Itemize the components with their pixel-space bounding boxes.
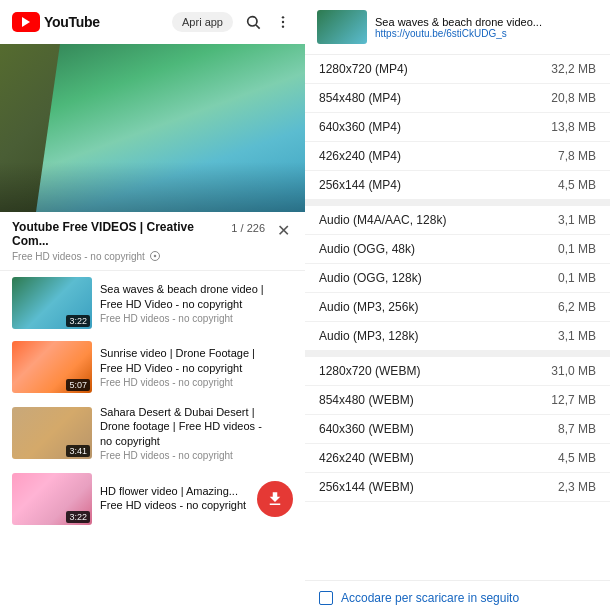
format-item-13[interactable]: 426x240 (WEBM) 4,5 MB (305, 444, 610, 473)
format-list: 1280x720 (MP4) 32,2 MB 854x480 (MP4) 20,… (305, 55, 610, 580)
video-duration-4: 3:22 (66, 511, 90, 523)
playlist-info: Youtube Free VIDEOS | Creative Com... Fr… (0, 212, 305, 271)
svg-line-1 (256, 25, 260, 29)
format-item-10[interactable]: 1280x720 (WEBM) 31,0 MB (305, 357, 610, 386)
video-duration-3: 3:41 (66, 445, 90, 457)
format-name-14: 256x144 (WEBM) (319, 480, 414, 494)
format-size-2: 13,8 MB (551, 120, 596, 134)
format-item-6[interactable]: Audio (OGG, 48k) 0,1 MB (305, 235, 610, 264)
svg-point-4 (282, 25, 284, 27)
youtube-logo-left: YouTube (12, 12, 100, 32)
format-item-5[interactable]: Audio (M4A/AAC, 128k) 3,1 MB (305, 206, 610, 235)
queue-label: Accodare per scaricare in seguito (341, 591, 519, 605)
modal-video-header: Sea waves & beach drone video... https:/… (305, 0, 610, 55)
video-channel-1: Free HD videos - no copyright (100, 313, 293, 324)
video-thumb-1: 3:22 (12, 277, 92, 329)
modal-video-title: Sea waves & beach drone video... (375, 16, 598, 28)
format-name-9: Audio (MP3, 128k) (319, 329, 418, 343)
svg-point-3 (282, 21, 284, 23)
video-list: 3:22 Sea waves & beach drone video | Fre… (0, 271, 305, 615)
format-size-1: 20,8 MB (551, 91, 596, 105)
format-name-6: Audio (OGG, 48k) (319, 242, 415, 256)
video-title-1: Sea waves & beach drone video | Free HD … (100, 282, 270, 311)
video-item-4[interactable]: 3:22 HD flower video | Amazing... Free H… (0, 467, 305, 531)
modal-footer: Accodare per scaricare in seguito (305, 580, 610, 615)
format-size-13: 4,5 MB (558, 451, 596, 465)
video-title-3: Sahara Desert & Dubai Desert | Drone foo… (100, 405, 270, 448)
video-channel-2: Free HD videos - no copyright (100, 377, 293, 388)
format-item-14[interactable]: 256x144 (WEBM) 2,3 MB (305, 473, 610, 502)
download-modal: Sea waves & beach drone video... https:/… (305, 0, 610, 615)
left-panel: YouTube Apri app Youtube Free VIDEOS | C… (0, 0, 305, 615)
format-item-12[interactable]: 640x360 (WEBM) 8,7 MB (305, 415, 610, 444)
video-meta-2: Sunrise video | Drone Footage | Free HD … (100, 346, 293, 388)
format-name-4: 256x144 (MP4) (319, 178, 401, 192)
playlist-right: 1 / 226 ✕ (231, 220, 293, 240)
search-icon-left[interactable] (243, 12, 263, 32)
youtube-text-left: YouTube (44, 14, 100, 30)
playlist-title: Youtube Free VIDEOS | Creative Com... (12, 220, 231, 248)
format-size-14: 2,3 MB (558, 480, 596, 494)
format-name-1: 854x480 (MP4) (319, 91, 401, 105)
video-title-2: Sunrise video | Drone Footage | Free HD … (100, 346, 270, 375)
video-item-1[interactable]: 3:22 Sea waves & beach drone video | Fre… (0, 271, 305, 335)
svg-point-0 (248, 17, 257, 26)
format-name-5: Audio (M4A/AAC, 128k) (319, 213, 446, 227)
queue-checkbox[interactable] (319, 591, 333, 605)
modal-video-thumb (317, 10, 367, 44)
video-item-2[interactable]: 5:07 Sunrise video | Drone Footage | Fre… (0, 335, 305, 399)
format-item-3[interactable]: 426x240 (MP4) 7,8 MB (305, 142, 610, 171)
video-thumb-2: 5:07 (12, 341, 92, 393)
format-name-3: 426x240 (MP4) (319, 149, 401, 163)
format-size-10: 31,0 MB (551, 364, 596, 378)
playlist-details: Youtube Free VIDEOS | Creative Com... Fr… (12, 220, 231, 262)
format-item-2[interactable]: 640x360 (MP4) 13,8 MB (305, 113, 610, 142)
format-size-8: 6,2 MB (558, 300, 596, 314)
format-size-12: 8,7 MB (558, 422, 596, 436)
video-meta-1: Sea waves & beach drone video | Free HD … (100, 282, 293, 324)
format-item-9[interactable]: Audio (MP3, 128k) 3,1 MB (305, 322, 610, 351)
format-name-2: 640x360 (MP4) (319, 120, 401, 134)
right-panel: YouTube Apri app ⊕ ⋮ Youtube Free VIDEOS… (305, 0, 610, 615)
youtube-icon-left (12, 12, 40, 32)
video-title-4: HD flower video | Amazing... Free HD vid… (100, 484, 249, 513)
format-item-4[interactable]: 256x144 (MP4) 4,5 MB (305, 171, 610, 200)
format-name-11: 854x480 (WEBM) (319, 393, 414, 407)
video-thumb-4: 3:22 (12, 473, 92, 525)
modal-video-url[interactable]: https://youtu.be/6stiCkUDG_s (375, 28, 598, 39)
format-item-7[interactable]: Audio (OGG, 128k) 0,1 MB (305, 264, 610, 293)
playlist-subtitle: Free HD videos - no copyright (12, 250, 231, 262)
hero-overlay (0, 162, 305, 212)
format-size-5: 3,1 MB (558, 213, 596, 227)
open-app-button-left[interactable]: Apri app (172, 12, 233, 32)
svg-point-6 (154, 255, 157, 258)
format-name-7: Audio (OGG, 128k) (319, 271, 422, 285)
playlist-count-left: 1 / 226 (231, 222, 265, 234)
download-fab-button[interactable] (257, 481, 293, 517)
format-item-1[interactable]: 854x480 (MP4) 20,8 MB (305, 84, 610, 113)
format-size-3: 7,8 MB (558, 149, 596, 163)
format-size-4: 4,5 MB (558, 178, 596, 192)
format-size-0: 32,2 MB (551, 62, 596, 76)
video-duration-2: 5:07 (66, 379, 90, 391)
format-item-8[interactable]: Audio (MP3, 256k) 6,2 MB (305, 293, 610, 322)
format-size-9: 3,1 MB (558, 329, 596, 343)
format-size-11: 12,7 MB (551, 393, 596, 407)
format-item-0[interactable]: 1280x720 (MP4) 32,2 MB (305, 55, 610, 84)
format-item-11[interactable]: 854x480 (WEBM) 12,7 MB (305, 386, 610, 415)
format-name-13: 426x240 (WEBM) (319, 451, 414, 465)
format-name-12: 640x360 (WEBM) (319, 422, 414, 436)
left-header-right: Apri app (172, 12, 293, 32)
format-size-7: 0,1 MB (558, 271, 596, 285)
video-item-3[interactable]: 3:41 Sahara Desert & Dubai Desert | Dron… (0, 399, 305, 467)
format-name-8: Audio (MP3, 256k) (319, 300, 418, 314)
svg-point-2 (282, 16, 284, 18)
playlist-close-button[interactable]: ✕ (273, 220, 293, 240)
left-header: YouTube Apri app (0, 0, 305, 44)
more-icon-left[interactable] (273, 12, 293, 32)
video-thumb-3: 3:41 (12, 407, 92, 459)
hero-image (0, 44, 305, 212)
video-duration-1: 3:22 (66, 315, 90, 327)
video-channel-3: Free HD videos - no copyright (100, 450, 293, 461)
format-size-6: 0,1 MB (558, 242, 596, 256)
